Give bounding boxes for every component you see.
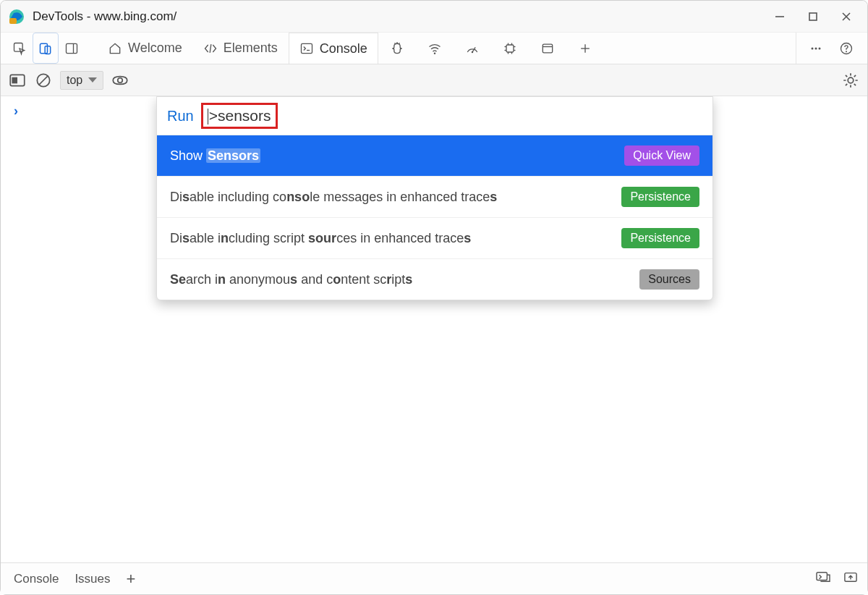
svg-rect-44 (817, 573, 827, 581)
command-menu-item-badge: Quick View (624, 145, 699, 166)
tab-elements[interactable]: Elements (193, 33, 289, 64)
command-menu-input[interactable]: >sensors (201, 103, 278, 129)
svg-rect-1 (9, 18, 17, 24)
tab-performance-icon[interactable] (454, 33, 491, 64)
console-body: › Run >sensors Show SensorsQuick ViewDis… (1, 96, 867, 562)
drawer: Console Issues + (1, 562, 867, 594)
command-menu: Run >sensors Show SensorsQuick ViewDisab… (156, 96, 713, 300)
command-menu-item[interactable]: Show SensorsQuick View (157, 135, 712, 176)
svg-rect-20 (506, 45, 514, 52)
tab-console[interactable]: Console (289, 33, 378, 64)
drawer-tab-issues[interactable]: Issues (75, 572, 110, 586)
svg-point-16 (399, 43, 400, 44)
tab-strip: Welcome Elements Console (1, 33, 867, 64)
context-selector[interactable]: top (60, 71, 103, 90)
command-menu-item-label: Search in anonymous and content scripts (170, 272, 412, 287)
command-menu-item-badge: Persistence (621, 187, 699, 207)
tab-application-icon[interactable] (529, 33, 566, 64)
context-selector-label: top (67, 74, 82, 87)
window-title: DevTools - www.bing.com/ (33, 9, 176, 24)
svg-rect-39 (12, 77, 17, 83)
console-settings-icon[interactable] (841, 71, 860, 90)
drawer-add-tab-icon[interactable]: + (127, 571, 136, 587)
drawer-tab-console[interactable]: Console (14, 572, 59, 586)
command-menu-item[interactable]: Disable including console messages in en… (157, 176, 712, 217)
svg-point-37 (846, 51, 847, 52)
inspect-element-icon[interactable] (7, 33, 33, 64)
console-prompt-caret-icon: › (14, 104, 18, 119)
maximize-button[interactable] (796, 4, 830, 30)
devtools-window: DevTools - www.bing.com/ Welcome Element… (0, 0, 868, 595)
svg-line-11 (210, 44, 211, 53)
svg-point-19 (472, 51, 474, 53)
device-toolbar-icon[interactable] (33, 33, 59, 64)
command-menu-item[interactable]: Disable including script sources in enha… (157, 217, 712, 258)
chevron-down-icon (88, 77, 97, 83)
svg-line-41 (39, 75, 48, 85)
svg-rect-29 (542, 44, 552, 53)
live-expression-icon[interactable] (111, 71, 129, 90)
svg-rect-12 (301, 43, 312, 53)
overflow-menu-icon[interactable] (801, 41, 831, 56)
command-menu-item-badge: Persistence (621, 228, 699, 248)
titlebar: DevTools - www.bing.com/ (1, 1, 867, 33)
tab-elements-label: Elements (224, 41, 278, 56)
toggle-drawer-icon[interactable] (8, 71, 27, 90)
tab-welcome-label: Welcome (128, 41, 182, 56)
svg-point-15 (394, 43, 396, 44)
minimize-button[interactable] (763, 4, 796, 30)
svg-rect-6 (14, 43, 23, 51)
svg-point-43 (848, 77, 854, 83)
command-menu-item[interactable]: Search in anonymous and content scriptsS… (157, 258, 712, 300)
tab-sources-icon[interactable] (378, 33, 416, 64)
drawer-icon-2[interactable] (843, 570, 859, 587)
console-toolbar: top (1, 64, 867, 96)
edge-devtools-icon (8, 8, 25, 25)
svg-point-14 (396, 42, 398, 43)
help-icon[interactable] (831, 41, 861, 56)
command-menu-item-label: Disable including script sources in enha… (170, 231, 471, 246)
clear-console-icon[interactable] (34, 71, 53, 90)
more-tabs-icon[interactable] (566, 33, 604, 64)
svg-point-42 (118, 77, 123, 83)
command-menu-header: Run >sensors (157, 97, 712, 135)
command-menu-item-label: Disable including console messages in en… (170, 190, 497, 205)
command-menu-run-label: Run (167, 108, 194, 125)
tab-welcome[interactable]: Welcome (98, 33, 193, 64)
svg-point-17 (434, 52, 436, 54)
close-button[interactable] (830, 4, 863, 30)
tab-console-label: Console (320, 41, 367, 56)
command-menu-item-label: Show Sensors (170, 148, 260, 164)
svg-rect-3 (809, 13, 817, 20)
drawer-icon-1[interactable] (815, 570, 831, 587)
command-menu-list: Show SensorsQuick ViewDisable including … (157, 135, 712, 300)
svg-rect-9 (67, 43, 77, 53)
tab-memory-icon[interactable] (491, 33, 529, 64)
tab-network-icon[interactable] (416, 33, 454, 64)
svg-rect-7 (41, 43, 48, 53)
command-menu-item-badge: Sources (639, 269, 699, 290)
svg-point-34 (815, 47, 817, 49)
svg-point-35 (819, 47, 821, 49)
svg-point-33 (812, 47, 814, 49)
dock-side-icon[interactable] (59, 33, 85, 64)
